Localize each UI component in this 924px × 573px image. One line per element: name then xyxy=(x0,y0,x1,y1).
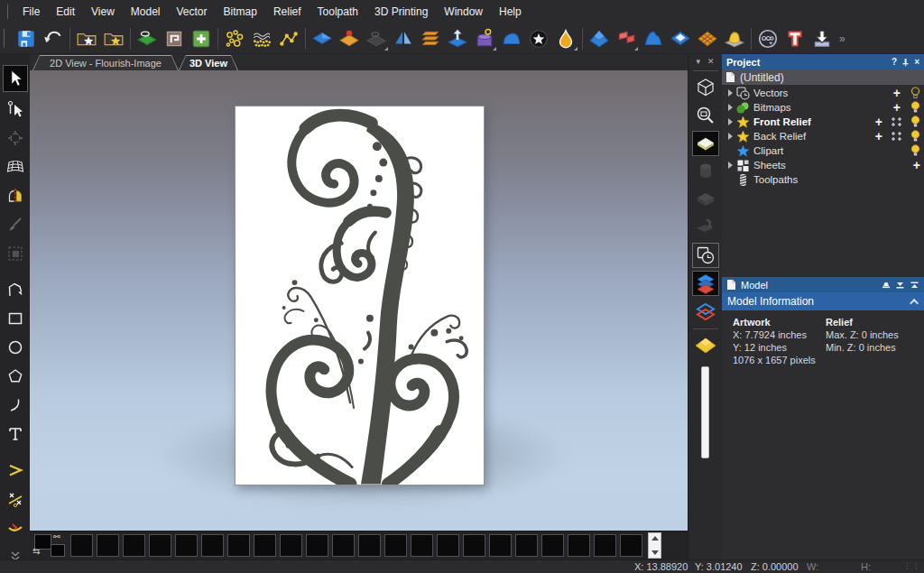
relief-flat-button[interactable] xyxy=(309,25,336,52)
model-bar[interactable]: Model xyxy=(722,277,924,292)
collapse-chevron-icon[interactable] xyxy=(910,298,919,307)
toolbar-gripper-2[interactable] xyxy=(4,29,5,48)
tree-item-back-relief[interactable]: Back Relief + xyxy=(722,129,924,143)
palette-swatch[interactable] xyxy=(306,534,328,557)
close-panel-icon[interactable]: × xyxy=(914,57,919,67)
mound-relief-button[interactable] xyxy=(721,25,748,52)
strip-collapse-icon[interactable]: ▾ xyxy=(696,57,700,66)
open-model-button[interactable] xyxy=(73,25,100,52)
menu-view[interactable]: View xyxy=(83,5,123,18)
menu-file[interactable]: File xyxy=(14,5,48,18)
smooth-wedge-button[interactable] xyxy=(498,25,525,52)
visibility-bulb-icon[interactable] xyxy=(910,144,920,157)
expand-arrow-icon[interactable] xyxy=(728,118,733,125)
fillet-tool-button[interactable] xyxy=(3,516,28,540)
scroll-up-arrow-icon[interactable] xyxy=(651,536,659,541)
ribbon-relief-button[interactable] xyxy=(613,25,640,52)
help-icon[interactable]: ? xyxy=(892,57,897,67)
save-model-button[interactable] xyxy=(100,25,127,52)
menu-window[interactable]: Window xyxy=(436,5,491,18)
point-cloud-button[interactable] xyxy=(221,25,248,52)
scroll-down-arrow-icon[interactable] xyxy=(651,550,659,555)
node-edit-tool-button[interactable] xyxy=(3,97,28,121)
menu-toolpath[interactable]: Toolpath xyxy=(310,5,366,18)
add-relief-layer-button[interactable]: + xyxy=(875,117,882,126)
weave-relief-button[interactable] xyxy=(694,25,721,52)
menu-bitmap[interactable]: Bitmap xyxy=(216,5,265,18)
paint-tool-button[interactable] xyxy=(3,213,28,236)
relief-point-button[interactable] xyxy=(336,25,363,52)
palette-swatch[interactable] xyxy=(620,534,642,557)
palette-swatch[interactable] xyxy=(280,534,302,557)
palette-swatch[interactable] xyxy=(515,534,538,557)
palette-swatch[interactable] xyxy=(411,534,433,557)
menu-help[interactable]: Help xyxy=(491,5,530,18)
menu-model[interactable]: Model xyxy=(123,5,169,18)
palette-swatch[interactable] xyxy=(149,534,171,557)
model-information-header[interactable]: Model Information xyxy=(722,292,924,310)
tree-item-clipart[interactable]: Clipart xyxy=(722,143,924,158)
ellipse-tool-button[interactable] xyxy=(3,336,28,359)
3d-viewport[interactable] xyxy=(30,70,688,531)
tree-item-toolpaths[interactable]: Toolpaths xyxy=(722,172,924,187)
palette-swatch[interactable] xyxy=(332,534,355,557)
palette-swatch[interactable] xyxy=(97,534,119,557)
undo-button[interactable] xyxy=(40,25,67,52)
select-tool-button[interactable] xyxy=(3,65,28,92)
zoom-box-button[interactable] xyxy=(692,103,719,128)
dot-wave-button[interactable] xyxy=(248,25,275,52)
layer-weave-button[interactable] xyxy=(417,25,444,52)
add-sheet-button[interactable]: + xyxy=(913,161,920,170)
pyramid-relief-button[interactable] xyxy=(586,25,613,52)
toolbar-gripper[interactable] xyxy=(7,5,8,19)
plateau-relief-button[interactable] xyxy=(667,25,694,52)
menu-relief[interactable]: Relief xyxy=(265,5,310,18)
secondary-color-swatch[interactable] xyxy=(51,544,65,557)
dock-up-icon[interactable] xyxy=(910,281,919,290)
resize-grip-icon[interactable]: ⋮⋮ xyxy=(903,561,921,570)
swap-colors-icon[interactable]: ⇆ xyxy=(32,546,40,556)
toggle-relief-layers-button[interactable] xyxy=(692,299,719,324)
envelope-distort-tool-button[interactable] xyxy=(3,155,28,179)
toggle-vectors-button[interactable] xyxy=(692,243,719,268)
stamp-button[interactable] xyxy=(471,25,498,52)
material-color-button[interactable] xyxy=(692,333,719,358)
palette-swatch[interactable] xyxy=(568,534,590,557)
tree-item-front-relief[interactable]: Front Relief + xyxy=(722,115,924,129)
visibility-bulb-icon[interactable] xyxy=(910,87,920,99)
relief-grid-icon[interactable] xyxy=(891,116,902,127)
polygon-tool-button[interactable] xyxy=(3,365,28,388)
model-sheet[interactable] xyxy=(235,106,485,485)
crop-tool-button[interactable] xyxy=(3,242,28,265)
new-model-button[interactable] xyxy=(188,25,215,52)
text-tool-button[interactable] xyxy=(781,25,808,52)
isometric-view-button[interactable] xyxy=(692,75,719,100)
palette-swatch[interactable] xyxy=(489,534,512,557)
palette-scrollbar[interactable] xyxy=(648,532,661,559)
arc-tool-button[interactable] xyxy=(3,393,28,417)
expand-arrow-icon[interactable] xyxy=(728,104,733,111)
drape-relief-button[interactable] xyxy=(640,25,667,52)
palette-swatch[interactable] xyxy=(227,534,250,557)
transform-tool-button[interactable] xyxy=(3,126,28,150)
palette-swatch[interactable] xyxy=(384,534,407,557)
palette-swatch[interactable] xyxy=(463,534,485,557)
import-button[interactable] xyxy=(808,25,836,52)
trim-vectors-tool-button[interactable] xyxy=(3,487,28,511)
palette-swatch[interactable] xyxy=(594,534,616,557)
primary-secondary-color-selector[interactable]: ⚯ ⇆ xyxy=(32,532,70,559)
palette-swatch[interactable] xyxy=(437,534,459,557)
palette-swatch[interactable] xyxy=(541,534,564,557)
tree-item-vectors[interactable]: Vectors + xyxy=(722,86,924,100)
material-button[interactable] xyxy=(134,25,161,52)
dock-down-icon[interactable] xyxy=(895,281,905,290)
offset-vector-tool-button[interactable] xyxy=(3,458,28,482)
palette-swatch[interactable] xyxy=(254,534,276,557)
menu-edit[interactable]: Edit xyxy=(48,5,83,18)
zoom-slider[interactable] xyxy=(701,366,709,458)
relief-grid-icon[interactable] xyxy=(891,131,902,142)
expand-arrow-icon[interactable] xyxy=(728,162,733,169)
fit-vectors-button[interactable] xyxy=(275,25,302,52)
expand-arrow-icon[interactable] xyxy=(728,133,733,140)
palette-swatch[interactable] xyxy=(175,534,198,557)
